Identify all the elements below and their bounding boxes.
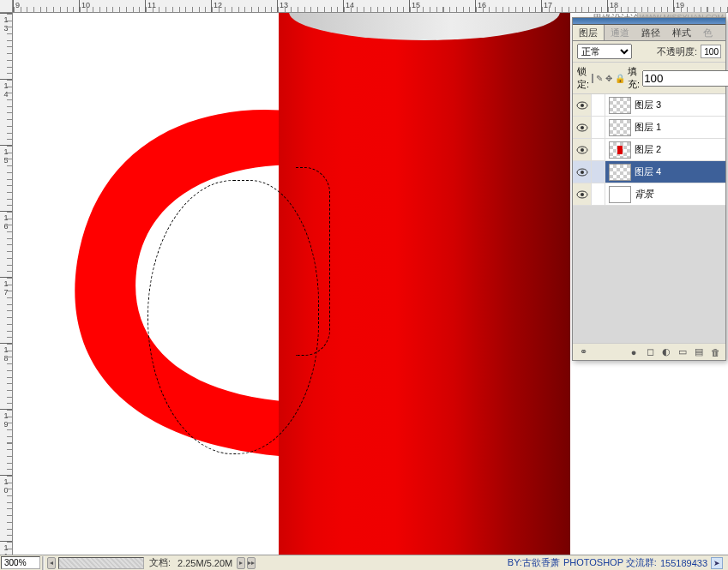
layer-name[interactable]: 图层 4 xyxy=(635,165,661,178)
layer-row[interactable]: 图层 2 xyxy=(573,139,725,161)
fill-label: 填充: xyxy=(628,65,640,91)
svg-point-9 xyxy=(581,193,584,196)
credit-qq: 155189433 xyxy=(660,558,707,568)
layer-row-selected[interactable]: 图层 4 xyxy=(573,161,725,183)
credit-arrow-icon[interactable]: ➤ xyxy=(711,557,723,569)
doc-size: 2.25M/5.20M xyxy=(174,558,236,568)
credit-line: BY:古欲香萧 PHOTOSHOP 交流群: 155189433 ➤ xyxy=(508,556,728,569)
layer-thumbnail[interactable] xyxy=(609,97,631,114)
layer-mask-icon[interactable]: ◻ xyxy=(643,346,657,358)
ruler-horizontal: 9 10 11 12 13 14 15 16 17 18 19 20 xyxy=(13,0,728,13)
fill-input[interactable] xyxy=(642,70,728,87)
selection-marquee xyxy=(147,180,319,454)
svg-point-5 xyxy=(581,148,584,152)
link-cell[interactable] xyxy=(592,94,605,116)
credit-author: BY:古欲香萧 xyxy=(508,556,560,569)
link-layers-icon[interactable]: ⚭ xyxy=(576,346,590,358)
panel-tabs: 图层 通道 路径 样式 色 xyxy=(573,25,725,41)
lock-fill-row: 锁定: ✎ ✥ 🔒 填充: xyxy=(573,63,725,94)
link-cell[interactable] xyxy=(592,117,605,138)
layer-thumbnail[interactable] xyxy=(609,141,631,159)
group-icon[interactable]: ▭ xyxy=(676,346,689,358)
doc-label: 文档: xyxy=(146,556,174,569)
tab-styles[interactable]: 样式 xyxy=(666,25,697,40)
lock-label: 锁定: xyxy=(577,65,589,91)
layer-thumbnail[interactable] xyxy=(609,164,631,181)
tab-channels[interactable]: 通道 xyxy=(605,25,635,40)
link-cell[interactable] xyxy=(592,161,605,183)
scroll-right-button[interactable]: ▸▸ xyxy=(247,557,256,569)
visibility-toggle[interactable] xyxy=(573,183,592,205)
link-cell[interactable] xyxy=(592,139,605,160)
svg-point-7 xyxy=(581,171,584,174)
visibility-toggle[interactable] xyxy=(573,117,592,138)
layers-empty-area xyxy=(573,206,725,343)
doc-menu-button[interactable]: ▸ xyxy=(237,557,245,569)
visibility-toggle[interactable] xyxy=(573,94,592,116)
layer-name[interactable]: 背景 xyxy=(635,188,653,201)
link-cell[interactable] xyxy=(592,183,605,205)
layer-name[interactable]: 图层 2 xyxy=(635,143,661,156)
layer-row[interactable]: 图层 1 xyxy=(573,117,725,139)
lock-all-icon[interactable]: 🔒 xyxy=(615,73,625,84)
opacity-input[interactable] xyxy=(701,45,721,58)
tab-paths[interactable]: 路径 xyxy=(635,25,666,40)
scroll-track[interactable] xyxy=(58,557,144,569)
visibility-toggle[interactable] xyxy=(573,161,592,183)
layer-effects-icon[interactable]: ● xyxy=(627,346,641,358)
adjustment-layer-icon[interactable]: ◐ xyxy=(659,346,673,358)
delete-layer-icon[interactable]: 🗑 xyxy=(708,346,722,358)
tab-layers[interactable]: 图层 xyxy=(573,25,605,40)
blend-mode-select[interactable]: 正常 xyxy=(577,44,632,59)
lock-pixels-icon[interactable]: ✎ xyxy=(596,73,603,84)
svg-point-1 xyxy=(581,104,584,107)
layer-name[interactable]: 图层 3 xyxy=(635,99,661,111)
visibility-toggle[interactable] xyxy=(573,139,592,160)
credit-group: PHOTOSHOP 交流群: xyxy=(563,556,657,569)
panel-titlebar[interactable] xyxy=(573,18,725,25)
layers-list: 图层 3 图层 1 图层 2 图层 4 背景 xyxy=(573,94,725,206)
layer-thumbnail[interactable] xyxy=(609,186,631,203)
status-bar: ◂ 文档: 2.25M/5.20M ▸ ▸▸ BY:古欲香萧 PHOTOSHOP… xyxy=(0,555,728,570)
ruler-corner xyxy=(0,0,13,13)
layer-name[interactable]: 图层 1 xyxy=(635,121,661,134)
blend-opacity-row: 正常 不透明度: xyxy=(573,41,725,63)
layer-row[interactable]: 图层 3 xyxy=(573,94,725,117)
new-layer-icon[interactable]: ▤ xyxy=(692,346,706,358)
layers-panel: 图层 通道 路径 样式 色 正常 不透明度: 锁定: ✎ ✥ 🔒 填充: 图层 … xyxy=(572,17,726,361)
tab-color[interactable]: 色 xyxy=(697,25,719,40)
layer-row-background[interactable]: 背景 xyxy=(573,183,725,206)
svg-point-3 xyxy=(581,126,584,129)
ruler-vertical: 13 14 15 16 17 18 19 10 11 xyxy=(0,13,13,555)
scroll-left-button[interactable]: ◂ xyxy=(47,557,56,569)
layer-thumbnail[interactable] xyxy=(609,119,631,136)
opacity-label: 不透明度: xyxy=(657,45,697,58)
lock-transparent-icon[interactable] xyxy=(592,74,593,83)
panel-footer: ⚭ ● ◻ ◐ ▭ ▤ 🗑 xyxy=(573,343,725,360)
selection-marquee-extension xyxy=(296,167,330,356)
lock-position-icon[interactable]: ✥ xyxy=(605,73,612,84)
zoom-input[interactable] xyxy=(1,556,40,569)
